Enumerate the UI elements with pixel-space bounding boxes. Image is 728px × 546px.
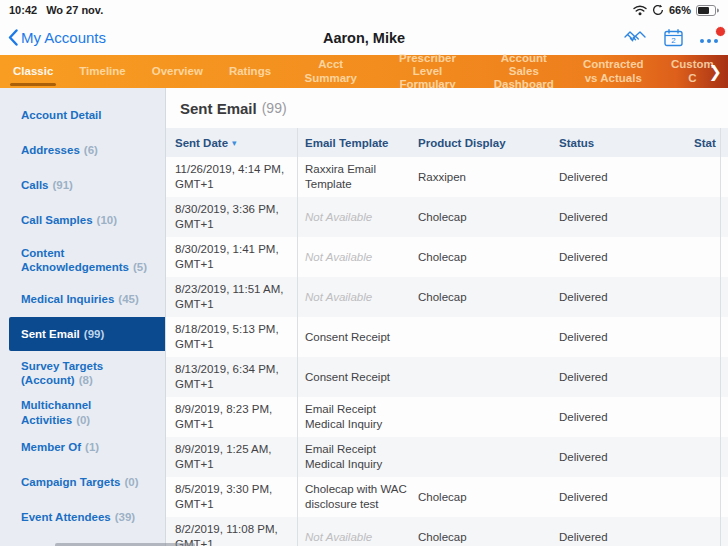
sidebar-item-medical-inquiries[interactable]: Medical Inquiries(45) [0,282,165,317]
tab-prescriber-level-formulary[interactable]: Prescriber Level Formulary [377,55,477,88]
related-lists-sidebar: Account Detail Addresses(6) Calls(91) Ca… [0,88,166,546]
section-count: (99) [262,100,287,116]
column-header-status[interactable]: Status [545,137,678,149]
tab-acct-summary[interactable]: Acct Summary [284,55,377,88]
notification-badge [715,26,726,37]
table-row[interactable]: 8/30/2019, 3:36 PM, GMT+1 Not Available … [166,197,728,237]
sort-desc-icon: ▾ [232,138,237,148]
sidebar-item-member-of[interactable]: Member Of(1) [0,430,165,465]
more-actions-button[interactable] [700,33,718,43]
table-body: 11/26/2019, 4:14 PM, GMT+1 Raxxira Email… [166,157,728,546]
clock: 10:42 [9,4,37,16]
table-header: Sent Date ▾ Email Template Product Displ… [166,128,728,157]
tab-timeline[interactable]: Timeline [66,55,138,88]
column-header-sent-date[interactable]: Sent Date ▾ [166,137,297,149]
sidebar-item-event-attendees[interactable]: Event Attendees(39) [0,500,165,535]
tab-overview[interactable]: Overview [139,55,216,88]
tab-account-sales-dashboard[interactable]: Account Sales Dashboard [478,55,570,88]
sent-email-panel: Sent Email (99) Sent Date ▾ Email Templa… [166,88,728,546]
tab-contracted-vs-actuals[interactable]: Contracted vs Actuals [570,55,657,88]
table-row[interactable]: 8/23/2019, 11:51 AM, GMT+1 Not Available… [166,277,728,317]
sidebar-item-campaign-targets[interactable]: Campaign Targets(0) [0,465,165,500]
tab-scroll-chevron-icon[interactable]: ❯ [709,55,722,88]
sidebar-item-calls[interactable]: Calls(91) [0,168,165,203]
sidebar-item-addresses[interactable]: Addresses(6) [0,133,165,168]
column-header-product-display[interactable]: Product Display [410,137,545,149]
wifi-icon [633,5,647,16]
column-header-email-template[interactable]: Email Template [297,137,410,149]
column-divider [720,128,721,546]
battery-icon [696,5,719,16]
account-tab-bar: Classic Timeline Overview Ratings Acct S… [0,55,728,88]
section-title: Sent Email (99) [166,88,728,128]
tab-classic[interactable]: Classic [0,55,66,88]
table-row[interactable]: 8/9/2019, 1:25 AM, GMT+1 Email Receipt M… [166,437,728,477]
orientation-lock-icon [652,4,664,16]
table-row[interactable]: 11/26/2019, 4:14 PM, GMT+1 Raxxira Email… [166,157,728,197]
table-row[interactable]: 8/30/2019, 1:41 PM, GMT+1 Not Available … [166,237,728,277]
page-title: Aaron, Mike [0,30,728,46]
app-screen: 10:42 Wo 27 nov. 66% My Accounts Aaron, … [0,0,728,546]
sidebar-item-multichannel-activities[interactable]: Multichannel Activities(0) [0,395,165,430]
table-row[interactable]: 8/18/2019, 5:13 PM, GMT+1 Consent Receip… [166,317,728,357]
status-bar: 10:42 Wo 27 nov. 66% [0,0,728,20]
battery-percent: 66% [669,4,691,16]
sidebar-item-sent-email[interactable]: Sent Email(99) [9,317,165,351]
table-row[interactable]: 8/9/2019, 8:23 PM, GMT+1 Email Receipt M… [166,397,728,437]
table-row[interactable]: 8/2/2019, 11:08 PM, GMT+1 Not Available … [166,517,728,546]
status-date: Wo 27 nov. [46,4,103,16]
table-row[interactable]: 8/5/2019, 3:30 PM, GMT+1 Cholecap with W… [166,477,728,517]
column-divider [297,128,298,546]
sidebar-item-call-samples[interactable]: Call Samples(10) [0,203,165,238]
sidebar-item-survey-targets[interactable]: Survey Targets (Account)(8) [0,351,165,395]
calendar-icon[interactable]: 2 [664,29,683,47]
sidebar-item-content-acknowledgements[interactable]: Content Acknowledgements(5) [0,238,165,282]
sidebar-item-account-detail[interactable]: Account Detail [0,98,165,133]
tab-ratings[interactable]: Ratings [216,55,284,88]
nav-bar: My Accounts Aaron, Mike 2 [0,20,728,55]
table-row[interactable]: 8/13/2019, 6:34 PM, GMT+1 Consent Receip… [166,357,728,397]
handshake-icon[interactable] [623,29,647,46]
svg-text:2: 2 [671,36,676,45]
